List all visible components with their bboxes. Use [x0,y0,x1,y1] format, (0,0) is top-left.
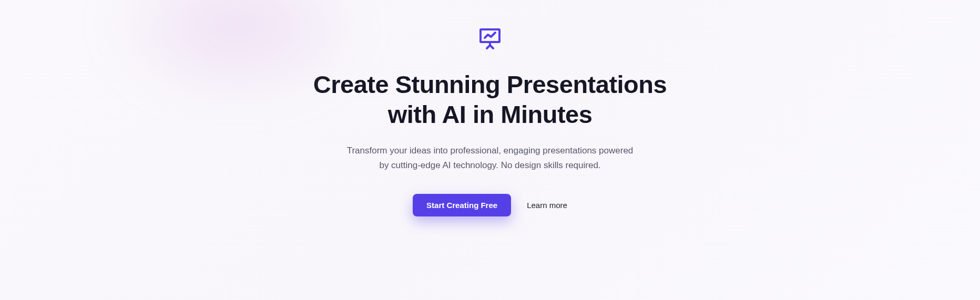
hero-section: Create Stunning Presentations with AI in… [0,0,980,300]
presentation-icon [477,26,503,54]
start-creating-button[interactable]: Start Creating Free [413,194,511,216]
learn-more-link[interactable]: Learn more [527,201,567,210]
headline-line-1: Create Stunning Presentations [313,70,667,98]
cta-row: Start Creating Free Learn more [413,194,567,216]
hero-subhead: Transform your ideas into professional, … [343,143,637,173]
headline-line-2: with AI in Minutes [313,99,667,129]
hero-headline: Create Stunning Presentations with AI in… [313,69,667,130]
